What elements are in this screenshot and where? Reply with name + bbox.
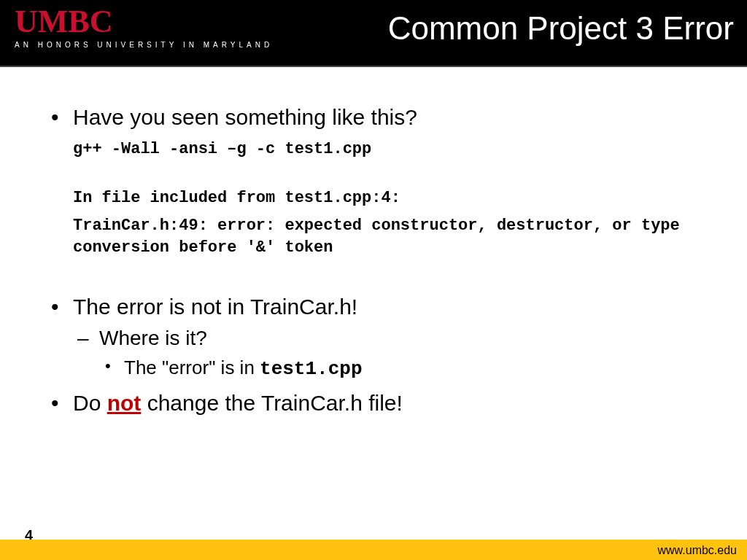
slide-body: Have you seen something like this? g++ -… (0, 67, 747, 540)
bullet-2-sub2-pre: The "error" is in (124, 357, 260, 378)
bullet-2-sub2: The "error" is in test1.cpp (99, 356, 703, 382)
code-blank (73, 166, 703, 182)
logo-block: UMBC AN HONORS UNIVERSITY IN MARYLAND (15, 6, 273, 49)
bullet-1: Have you seen something like this? (44, 104, 703, 131)
bullet-2-text: The error is not in TrainCar.h! (73, 295, 357, 319)
footer-url: www.umbc.edu (658, 544, 738, 557)
slide-footer: www.umbc.edu (0, 540, 747, 560)
bullet-3-post: change the TrainCar.h file! (141, 391, 403, 415)
bullet-3-pre: Do (73, 391, 107, 415)
slide-header: UMBC AN HONORS UNIVERSITY IN MARYLAND Co… (0, 0, 747, 67)
logo-main: UMBC (15, 6, 273, 38)
bullet-3-not: not (107, 391, 142, 415)
code-line-2: In file included from test1.cpp:4: (73, 187, 703, 209)
bullet-2-sub2-code: test1.cpp (260, 358, 362, 380)
bullet-3: Do not change the TrainCar.h file! (44, 389, 703, 417)
bullet-2: The error is not in TrainCar.h! Where is… (44, 293, 703, 382)
logo-subtitle: AN HONORS UNIVERSITY IN MARYLAND (15, 41, 273, 49)
slide-title: Common Project 3 Error (388, 10, 734, 47)
code-line-1: g++ -Wall -ansi –g -c test1.cpp (73, 139, 703, 160)
code-line-3: TrainCar.h:49: error: expected construct… (73, 215, 703, 258)
bullet-2-sub1-text: Where is it? (99, 327, 207, 349)
slide: UMBC AN HONORS UNIVERSITY IN MARYLAND Co… (0, 0, 747, 560)
bullet-2-sub1: Where is it? The "error" is in test1.cpp (73, 325, 703, 382)
